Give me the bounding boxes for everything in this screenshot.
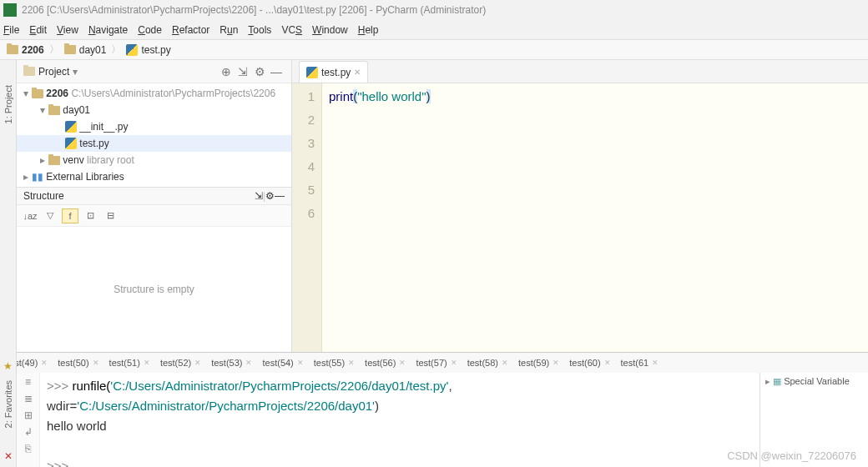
close-icon[interactable]: ✕ [502,359,508,367]
collapse-icon[interactable]: ⇲ [255,190,263,202]
menu-edit[interactable]: Edit [29,24,47,36]
close-icon[interactable]: ✕ [194,359,201,367]
run-tab[interactable]: test(61✕ [618,358,663,368]
gear-icon[interactable]: ⚙ [265,190,275,202]
close-icon[interactable]: ✕ [354,68,361,77]
breadcrumb-2[interactable]: day01 [79,44,107,56]
locate-icon[interactable]: ⊕ [218,63,235,80]
bottom-panel: test(49)✕test(50)✕test(51)✕test(52)✕test… [0,352,868,467]
menu-vcs[interactable]: VCS [281,24,302,36]
close-icon[interactable]: ✕ [144,359,150,367]
expand-icon[interactable]: ▸ [20,171,32,183]
menu-code[interactable]: Code [138,24,162,36]
folder-icon [48,156,60,165]
run-tab[interactable]: test(55)✕ [310,358,358,368]
expand-icon[interactable]: ▸ [37,154,48,166]
chevron-icon: 〉 [111,43,121,57]
wrap-icon[interactable]: ↲ [24,426,33,438]
close-icon[interactable]: ✕ [553,359,559,367]
toggle-icon[interactable]: ⊡ [82,208,98,223]
prompt: >>> [47,459,68,467]
star-icon[interactable]: ★ [3,360,13,372]
tree-root-name: 2206 [46,88,68,99]
fields-toggle[interactable]: f [62,208,78,223]
run-tab[interactable]: test(58)✕ [464,358,512,368]
menu-refactor[interactable]: Refactor [172,24,209,36]
run-tab[interactable]: test(57)✕ [412,358,460,368]
run-tab-label: test(50) [58,358,88,368]
structure-empty-text: Structure is empty [114,284,194,295]
folder-icon [32,89,43,98]
gear-icon[interactable]: ⚙ [251,63,268,80]
left-tool-strip: 1: Project [0,60,17,352]
menu-navigate[interactable]: Navigate [88,24,128,36]
scroll-icon[interactable]: ⎘ [25,443,31,454]
run-tab-label: test(52) [160,358,191,368]
close-icon[interactable]: ✕ [604,359,611,367]
tab-label: test.py [321,67,351,78]
structure-panel-header: Structure ⇲ | ⚙ — [17,187,291,205]
breadcrumb-3[interactable]: test.py [141,44,170,56]
run-tab[interactable]: test(51)✕ [106,358,154,368]
breadcrumb-1[interactable]: 2206 [22,44,44,56]
code-content[interactable]: print("hello world") [322,83,437,352]
run-tab[interactable]: test(54)✕ [259,358,306,368]
console-output-line: hello world [47,416,753,436]
run-tab-label: test(54) [262,358,293,368]
code-area[interactable]: 1 2 3 4 5 6 print("hello world") [292,83,868,352]
menu-tools[interactable]: Tools [248,24,271,36]
run-tab[interactable]: test(52)✕ [157,358,204,368]
toggle-icon[interactable]: ⊟ [102,208,119,223]
expand-icon[interactable]: ▾ [20,88,32,99]
tree-folder-day01[interactable]: ▾ day01 [17,102,291,118]
up-icon[interactable]: ≡ [25,376,31,388]
tree-folder-venv[interactable]: ▸ venv library root [17,152,291,168]
down-icon[interactable]: ≣ [24,393,33,404]
close-icon[interactable]: ✕ [652,359,659,367]
code-str: "hello world" [357,89,426,103]
tab-favorites[interactable]: 2: Favorites [3,380,13,428]
close-icon[interactable]: ✕ [297,359,304,367]
expand-icon[interactable]: ▸ [765,376,770,386]
run-tab[interactable]: test(60)✕ [566,358,613,368]
run-tab[interactable]: test(50)✕ [54,358,102,368]
folder-icon [48,106,60,115]
filter-icon[interactable]: ▽ [42,208,58,223]
tab-project[interactable]: 1: Project [3,85,13,123]
menu-view[interactable]: View [57,24,78,36]
close-icon[interactable]: ✕ [41,359,48,367]
close-icon[interactable]: ✕ [399,359,406,367]
tree-label: External Libraries [46,171,124,183]
close-icon[interactable]: ✕ [348,359,355,367]
variables-label[interactable]: Special Variable [784,376,850,386]
run-tab[interactable]: test(53)✕ [208,358,255,368]
sort-az-icon[interactable]: ↓az [22,208,38,223]
python-file-icon [126,44,138,56]
line-no: 1 [292,85,315,108]
variables-icon: ▦ [773,376,781,386]
menu-window[interactable]: Window [312,24,348,36]
tree-external-libs[interactable]: ▸ ▮▮ External Libraries [17,168,291,185]
run-tab[interactable]: test(59)✕ [515,358,563,368]
dropdown-icon[interactable]: ▾ [73,66,78,78]
expand-icon[interactable]: ▾ [37,104,48,116]
tree-label: __init__.py [79,121,128,133]
chevron-icon: 〉 [49,43,59,57]
tree-root-path: C:\Users\Administrator\PycharmProjects\2… [71,88,275,99]
menu-file[interactable]: File [3,24,19,36]
close-icon[interactable]: ✕ [245,359,252,367]
editor-tab[interactable]: test.py ✕ [299,61,368,83]
menu-run[interactable]: Run [220,24,238,36]
run-tab[interactable]: test(56)✕ [361,358,409,368]
tree-file-test[interactable]: test.py [17,135,291,152]
tree-root[interactable]: ▾ 2206 C:\Users\Administrator\PycharmPro… [17,85,291,102]
console-output[interactable]: >>> runfile('C:/Users/Administrator/Pych… [40,373,760,467]
menu-help[interactable]: Help [358,24,379,36]
tree-icon[interactable]: ⊞ [24,409,33,421]
collapse-icon[interactable]: ⇲ [235,63,251,80]
tree-file-init[interactable]: __init__.py [17,118,291,135]
close-icon[interactable]: ✕ [93,359,99,367]
close-icon[interactable]: ✕ [451,359,457,367]
hide-icon[interactable]: — [268,63,285,80]
hide-icon[interactable]: — [275,190,285,202]
